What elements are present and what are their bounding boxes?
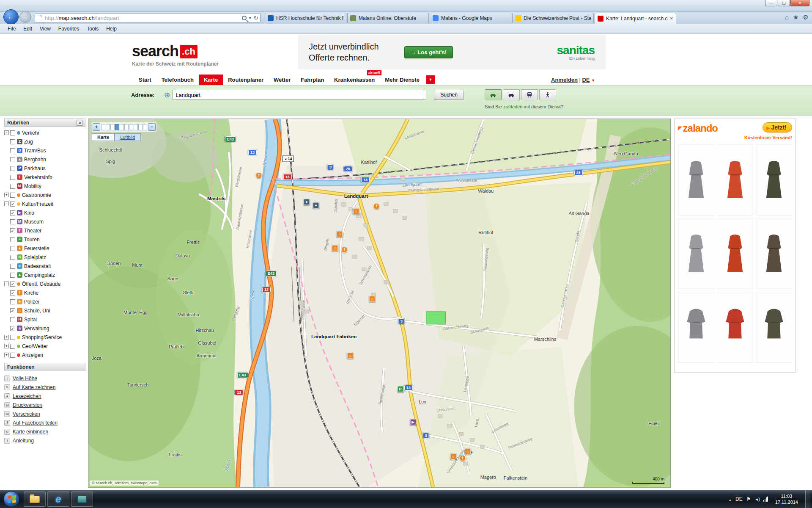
browser-tab[interactable]: Karte: Landquart - search.ch✕ <box>595 13 676 24</box>
checkbox[interactable]: ✓ <box>10 228 15 233</box>
rubrik-parkhaus[interactable]: PParkhaus <box>4 164 85 173</box>
checkbox[interactable] <box>10 184 15 189</box>
rubrik-öffentl-gebäude[interactable]: -✓Öffentl. Gebäude <box>4 279 85 288</box>
checkbox[interactable] <box>10 157 15 162</box>
map-container[interactable]: MastrilsLandquartLandquart FabrikenIgisS… <box>88 119 671 488</box>
mode-walk-button[interactable] <box>539 89 556 100</box>
browser-tab[interactable]: HSR Hochschule für Technik R... <box>265 13 346 23</box>
function-link-auf-karte-zeichnen[interactable]: ✎Auf Karte zeichnen <box>4 383 85 392</box>
browser-tab[interactable]: Malans Online: Oberstufe <box>347 13 429 23</box>
rubrik-badeanstalt[interactable]: ≈Badeanstalt <box>4 262 85 271</box>
rubrik-bergbahn[interactable]: ▲Bergbahn <box>4 155 85 164</box>
function-link-verschicken[interactable]: ✉Verschicken <box>4 409 85 418</box>
zalando-logo[interactable]: zalando <box>678 122 718 134</box>
rubrik-polizei[interactable]: ★Polizei <box>4 297 85 306</box>
transit-marker[interactable]: ● <box>313 202 319 209</box>
rubrik-kino[interactable]: ✓▶Kino <box>4 208 85 217</box>
function-link-volle-höhe[interactable]: ↕Volle Höhe <box>4 374 85 383</box>
menu-item-view[interactable]: View <box>36 25 54 33</box>
rubrik-spital[interactable]: HSpital <box>4 315 85 324</box>
zalando-ad-panel[interactable]: zalando Jetzt! Kostenloser Versand! <box>674 119 796 373</box>
sanitas-ad-banner[interactable]: Jetzt unverbindlich Offerte rechnen. Los… <box>298 35 606 69</box>
function-link-anleitung[interactable]: iAnleitung <box>4 436 85 445</box>
checkbox[interactable] <box>10 246 15 251</box>
tree-expander-icon[interactable]: - <box>4 130 9 135</box>
rubrik-feuerstelle[interactable]: ▲Feuerstelle <box>4 244 85 253</box>
forward-button[interactable]: → <box>19 11 31 23</box>
rubrik-kirche[interactable]: ✓†Kirche <box>4 288 85 297</box>
zoom-level-5[interactable] <box>124 124 129 130</box>
rubrik-schule-uni[interactable]: ✓⌂Schule, Uni <box>4 306 85 315</box>
church-marker[interactable]: † <box>256 172 262 179</box>
map-view-luftbild[interactable]: Luftbild <box>115 133 140 141</box>
language-selector[interactable]: DE <box>582 77 590 83</box>
checkbox[interactable] <box>10 317 15 322</box>
rubrik-mobility[interactable]: MMobility <box>4 182 85 190</box>
nav-tab-karte[interactable]: Karte <box>199 75 223 85</box>
zoom-level-3[interactable] <box>115 124 119 130</box>
checkbox[interactable] <box>10 175 15 180</box>
checkbox[interactable] <box>10 130 15 135</box>
zoom-level-0[interactable] <box>101 124 105 130</box>
taskbar-app-ie[interactable]: e <box>47 491 69 507</box>
mode-route-car-button[interactable] <box>485 89 502 100</box>
tree-expander-icon[interactable]: - <box>4 202 9 206</box>
zoom-level-2[interactable] <box>110 124 115 130</box>
collapse-sidebar-icon[interactable] <box>77 120 82 126</box>
nav-tab-mehr-dienste[interactable]: Mehr Dienste <box>380 75 425 85</box>
tree-expander-icon[interactable]: + <box>4 344 9 348</box>
nav-tab-krankenkassen[interactable]: Krankenkassenaktuell <box>329 75 380 85</box>
zoom-in-button[interactable]: + <box>93 123 100 131</box>
parking-marker[interactable]: P <box>397 386 403 392</box>
function-link-lesezeichen[interactable]: ★Lesezeichen <box>4 392 85 400</box>
rubrik-anzeigen[interactable]: +Anzeigen <box>4 351 85 359</box>
school-marker[interactable]: ⌂ <box>450 453 456 459</box>
transit-marker[interactable]: ● <box>304 199 310 205</box>
checkbox[interactable] <box>10 139 15 144</box>
rubrik-gastronomie[interactable]: +Gastronomie <box>4 190 85 199</box>
culture-marker[interactable]: ▶ <box>410 419 416 425</box>
checkbox[interactable] <box>10 237 15 242</box>
home-icon[interactable] <box>785 14 789 21</box>
school-marker[interactable]: ⌂ <box>353 208 359 215</box>
function-link-druckversion[interactable]: ⊟Druckversion <box>4 400 85 409</box>
searchch-logo[interactable]: search.ch Karte der Schweiz mit Routenpl… <box>132 42 219 67</box>
maximize-button[interactable] <box>778 0 790 6</box>
rubrik-geo-wetter[interactable]: +Geo/Wetter <box>4 342 85 351</box>
checkbox[interactable]: ✓ <box>10 308 15 313</box>
function-link-karte-einbinden[interactable]: ‹›Karte einbinden <box>4 427 85 436</box>
minimize-button[interactable] <box>765 0 777 6</box>
school-marker[interactable]: ⌂ <box>347 352 354 359</box>
tree-expander-icon[interactable]: + <box>4 353 9 357</box>
taskbar-app-window[interactable] <box>71 491 93 507</box>
start-button[interactable] <box>3 491 19 507</box>
menu-item-favorites[interactable]: Favorites <box>55 25 82 33</box>
window-titlebar[interactable] <box>0 0 812 12</box>
network-icon[interactable] <box>763 497 768 502</box>
school-marker[interactable]: ⌂ <box>337 231 343 237</box>
rubrik-touren[interactable]: »Touren <box>4 235 85 244</box>
nav-tab-routenplaner[interactable]: Routenplaner <box>223 75 269 85</box>
zoom-out-button[interactable]: − <box>148 123 156 131</box>
zoom-level-1[interactable] <box>106 124 110 130</box>
zoom-level-7[interactable] <box>134 124 138 130</box>
product-red-belted-dress[interactable] <box>717 218 753 289</box>
login-link[interactable]: Anmelden <box>551 77 578 83</box>
church-marker[interactable]: † <box>459 455 466 461</box>
rubrik-verwaltung[interactable]: ✓§Verwaltung <box>4 324 85 333</box>
zoom-level-6[interactable] <box>129 124 133 130</box>
address-input[interactable] <box>173 90 426 100</box>
taskbar-app-explorer[interactable] <box>24 491 46 507</box>
rubrik-kultur-freizeit[interactable]: -✓Kultur/Freizeit <box>4 199 85 208</box>
menu-item-tools[interactable]: Tools <box>83 25 102 33</box>
product-grey-knit-dress[interactable] <box>678 218 714 289</box>
zoom-level-8[interactable] <box>138 124 143 130</box>
zalando-cta-button[interactable]: Jetzt! <box>763 122 792 133</box>
checkbox[interactable]: ✓ <box>10 282 15 287</box>
rubrik-zug[interactable]: ZZug <box>4 137 85 146</box>
address-bar[interactable]: http://map.search.ch/landquart <box>35 13 261 22</box>
menu-item-edit[interactable]: Edit <box>20 25 36 33</box>
volume-icon[interactable] <box>755 496 760 502</box>
tree-expander-icon[interactable]: + <box>4 335 9 340</box>
church-marker[interactable]: † <box>373 203 380 210</box>
